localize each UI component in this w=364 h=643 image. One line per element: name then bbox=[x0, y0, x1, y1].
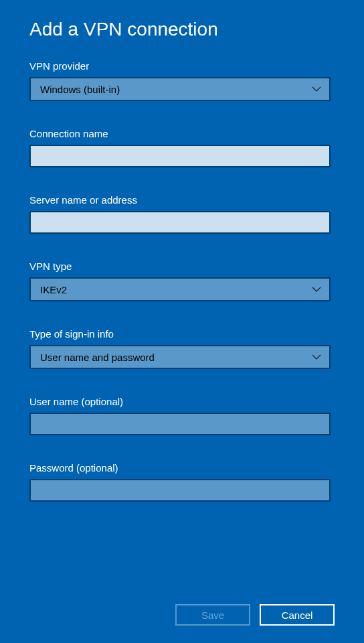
vpn-provider-value: Windows (built-in) bbox=[40, 84, 320, 95]
vpn-type-value: IKEv2 bbox=[40, 284, 320, 295]
cancel-button[interactable]: Cancel bbox=[260, 604, 335, 626]
chevron-down-icon bbox=[312, 86, 321, 92]
field-signin-type: Type of sign-in info User name and passw… bbox=[29, 328, 335, 369]
field-username: User name (optional) bbox=[29, 396, 335, 435]
field-server-address: Server name or address bbox=[29, 194, 335, 234]
vpn-type-label: VPN type bbox=[29, 261, 335, 272]
button-row: Save Cancel bbox=[175, 604, 335, 626]
connection-name-input[interactable] bbox=[29, 145, 331, 167]
chevron-down-icon bbox=[312, 287, 321, 292]
signin-type-label: Type of sign-in info bbox=[29, 328, 335, 340]
save-button[interactable]: Save bbox=[175, 604, 250, 626]
username-label: User name (optional) bbox=[29, 396, 335, 407]
password-label: Password (optional) bbox=[29, 462, 335, 474]
signin-type-dropdown[interactable]: User name and password bbox=[29, 345, 331, 369]
server-address-label: Server name or address bbox=[29, 194, 335, 206]
connection-name-label: Connection name bbox=[29, 128, 335, 139]
field-password: Password (optional) bbox=[29, 462, 335, 502]
field-connection-name: Connection name bbox=[29, 128, 335, 167]
chevron-down-icon bbox=[312, 354, 321, 360]
field-vpn-type: VPN type IKEv2 bbox=[29, 261, 335, 301]
password-input[interactable] bbox=[29, 479, 331, 502]
server-address-input[interactable] bbox=[29, 211, 331, 234]
vpn-type-dropdown[interactable]: IKEv2 bbox=[29, 277, 331, 301]
page-title: Add a VPN connection bbox=[29, 19, 335, 40]
vpn-provider-dropdown[interactable]: Windows (built-in) bbox=[29, 77, 331, 101]
signin-type-value: User name and password bbox=[40, 352, 320, 363]
field-vpn-provider: VPN provider Windows (built-in) bbox=[29, 60, 335, 101]
username-input[interactable] bbox=[29, 413, 331, 435]
vpn-provider-label: VPN provider bbox=[29, 60, 335, 72]
